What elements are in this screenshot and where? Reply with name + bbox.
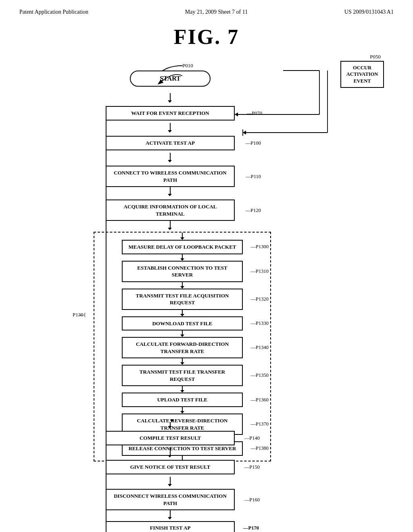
step-acquire-info: ACQUIRE INFORMATION OF LOCAL TERMINAL —P… [106,200,235,221]
step-activate-test-ap: ACTIVATE TEST AP —P100 [106,136,235,150]
step-measure-delay: MEASURE DELAY OF LOOPBACK PACKET [122,240,243,254]
step-give-notice: GIVE NOTICE OF TEST RESULT —P150 [106,460,235,474]
svg-marker-3 [243,131,246,135]
start-oval: START [130,71,211,87]
step-finish-test-ap: FINISH TEST AP —P170 [106,521,235,532]
fig-title: FIG. 7 [0,25,413,49]
svg-marker-11 [235,112,238,116]
step-transmit-acquisition: TRANSMIT TEST FILE ACQUISITION REQUEST [122,289,243,310]
step-compile-result: COMPILE TEST RESULT —P140 [106,431,235,445]
step-connect-wireless: CONNECT TO WIRELESS COMMUNICATION PATH —… [106,166,235,187]
header-middle: May 21, 2009 Sheet 7 of 11 [185,9,248,15]
step-disconnect-wireless: DISCONNECT WIRELESS COMMUNICATION PATH —… [106,489,235,510]
step-establish-connection: ESTABLISH CONNECTION TO TEST SERVER [122,261,243,282]
step-wait-event: WAIT FOR EVENT RECEPTION —P070 [106,106,235,121]
p050-label: P050 [370,54,381,60]
occur-activation-box: OCCURACTIVATION EVENT [340,61,384,88]
step-download: DOWNLOAD TEST FILE [122,316,243,331]
p010-label: P010 [182,62,193,69]
p130-dash: —{ [78,312,86,318]
header-left: Patent Application Publication [19,9,88,15]
step-upload: UPLOAD TEST FILE [122,393,243,407]
header-right: US 2009/0131043 A1 [344,9,394,15]
step-calc-forward: CALCULATE FORWARD-DIRECTION TRANSFER RAT… [122,337,243,358]
step-transmit-transfer: TRANSMIT TEST FILE TRANSFER REQUEST [122,365,243,386]
